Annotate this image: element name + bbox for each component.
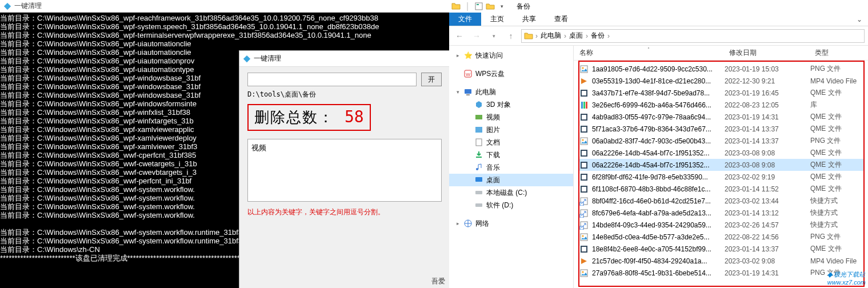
- col-name[interactable]: 名称˄: [574, 48, 723, 58]
- svg-marker-0: [4, 2, 11, 9]
- folder-icon[interactable]: [451, 2, 461, 11]
- path-input[interactable]: [247, 73, 417, 86]
- svg-rect-24: [582, 115, 586, 119]
- file-type: 快捷方式: [810, 196, 863, 206]
- file-date: 2023-03-02 13:44: [725, 197, 810, 205]
- file-row[interactable]: 6f1108cf-6870-48b3-8bbd-46c88fe1c...2023…: [579, 183, 863, 195]
- tab-home[interactable]: 主页: [481, 13, 513, 26]
- tree-music[interactable]: 音乐: [449, 161, 573, 174]
- tree-3d[interactable]: 3D 对象: [449, 98, 573, 111]
- svg-rect-7: [466, 94, 470, 95]
- svg-rect-8: [475, 115, 482, 119]
- file-row[interactable]: 4ab9ad83-0f55-497c-979e-78aa6c94...2023-…: [579, 111, 863, 123]
- tree-this-pc[interactable]: ▾此电脑: [449, 86, 573, 98]
- file-name: 5f71aca3-37b6-479b-8364-343d7e67...: [592, 125, 725, 133]
- chevron-right-icon[interactable]: ›: [586, 32, 588, 40]
- tree-desktop[interactable]: 桌面: [449, 174, 573, 186]
- tree-downloads[interactable]: 下载: [449, 149, 573, 161]
- file-row[interactable]: 14bde8f4-09c3-44ed-9354-24290a59...2023-…: [579, 219, 863, 231]
- file-type: QME 文件: [810, 244, 863, 254]
- address-bar[interactable]: › 此电脑 › 桌面 › 备份 ›: [521, 29, 865, 43]
- recent-dropdown[interactable]: ▾: [487, 29, 501, 43]
- keyword-textarea[interactable]: 视频: [247, 139, 442, 202]
- tab-file[interactable]: 文件: [449, 13, 481, 26]
- file-icon: [579, 185, 589, 194]
- tab-view[interactable]: 查看: [545, 13, 577, 26]
- network-icon: [463, 219, 473, 228]
- svg-point-17: [582, 67, 584, 69]
- crumb-desktop[interactable]: 桌面: [567, 31, 585, 41]
- tree-disk-d[interactable]: 软件 (D:): [449, 199, 573, 211]
- tree-disk-c[interactable]: 本地磁盘 (C:): [449, 186, 573, 199]
- file-name: 3e26ecf6-6999-462b-a46a-5476d466...: [592, 101, 725, 109]
- svg-rect-34: [582, 175, 586, 179]
- chevron-right-icon[interactable]: ›: [564, 32, 566, 40]
- svg-point-28: [582, 139, 584, 141]
- file-row[interactable]: 18e8f4b2-6ee8-4e0c-a705-f4152bf99...2023…: [579, 243, 863, 255]
- back-button[interactable]: ←: [453, 29, 466, 43]
- file-row[interactable]: 21c57dec-f09f-4f50-4834-29240a1a...2023-…: [579, 255, 863, 267]
- svg-rect-12: [475, 177, 482, 182]
- file-date: 2023-01-14 13:37: [725, 125, 810, 133]
- col-type[interactable]: 类型: [809, 48, 868, 58]
- file-row[interactable]: 8bf04ff2-16cd-46e0-b61d-42cd251e7...2023…: [579, 195, 863, 207]
- file-row[interactable]: 03e55319-13d0-4e1f-81ce-d21ec280...2022-…: [579, 75, 863, 87]
- file-row[interactable]: 14e8ed5d-c0ea-4d5e-b577-a3de2e5...2022-0…: [579, 231, 863, 243]
- count-label: 删除总数：: [254, 107, 334, 127]
- tab-share[interactable]: 共享: [513, 13, 545, 26]
- svg-rect-13: [475, 191, 482, 194]
- folder-icon: [524, 31, 533, 41]
- file-row[interactable]: 8fc679e6-4efa-4abf-a79a-ade5d2a13...2023…: [579, 207, 863, 219]
- file-date: 2023-03-08 9:08: [725, 149, 810, 157]
- file-date: 2023-03-08 9:08: [725, 161, 810, 169]
- nav-row: ← → ▾ ↑ › 此电脑 › 桌面 › 备份 ›: [449, 26, 868, 46]
- col-date[interactable]: 修改日期: [723, 48, 809, 58]
- download-icon: [474, 150, 483, 159]
- terminal-title: 一键清理: [14, 1, 42, 11]
- tree-pics[interactable]: 图片: [449, 123, 573, 136]
- music-icon: [474, 163, 483, 172]
- svg-rect-20: [581, 102, 583, 109]
- tree-network[interactable]: ▸网络: [449, 217, 573, 230]
- svg-text:W: W: [466, 72, 470, 77]
- nav-tree[interactable]: ▸⭐快速访问 WWPS云盘 ▾此电脑 3D 对象 视频 图片 文档 下载 音乐 …: [449, 46, 574, 288]
- tree-quick-access[interactable]: ▸⭐快速访问: [449, 49, 573, 62]
- file-row[interactable]: 5f71aca3-37b6-479b-8364-343d7e67...2023-…: [579, 123, 863, 135]
- file-row[interactable]: 3e26ecf6-6999-462b-a46a-5476d466...2022-…: [579, 99, 863, 111]
- tree-video[interactable]: 视频: [449, 111, 573, 123]
- ribbon-collapse-icon[interactable]: ⌄: [851, 13, 868, 26]
- chevron-right-icon[interactable]: ›: [535, 32, 538, 40]
- dialog-titlebar[interactable]: 一键清理: [239, 51, 450, 67]
- file-icon: [579, 149, 589, 158]
- new-folder-icon[interactable]: [486, 2, 495, 11]
- credit-text: 吾爱: [431, 277, 445, 286]
- crumb-backup[interactable]: 备份: [589, 31, 606, 41]
- file-row[interactable]: 06a2226e-14db-45a4-bf7c-1f951352...2023-…: [579, 147, 863, 159]
- file-icon: [579, 89, 589, 98]
- chevron-down-icon[interactable]: ▾: [497, 2, 506, 11]
- file-type: PNG 文件: [810, 136, 863, 146]
- explorer-titlebar[interactable]: | ▾ 备份: [449, 0, 868, 13]
- file-row[interactable]: 27a976a8-80f8-45c1-9b31-6bebe514...2023-…: [579, 267, 863, 279]
- file-date: 2023-01-14 13:37: [725, 245, 810, 253]
- file-row[interactable]: 06a0abd2-83f7-4dc7-903c-d5e00b43...2023-…: [579, 135, 863, 147]
- properties-icon[interactable]: [474, 2, 483, 11]
- file-name: 8fc679e6-4efa-4abf-a79a-ade5d2a13...: [592, 209, 725, 217]
- file-row[interactable]: 6f28f9bf-df62-41fe-9d78-e5eb33590...2023…: [579, 171, 863, 183]
- svg-rect-2: [475, 3, 482, 10]
- file-row[interactable]: 3a437b71-ef7e-438f-94d7-5be9ad78...2023-…: [579, 87, 863, 99]
- file-icon: [579, 245, 589, 254]
- forward-button[interactable]: →: [470, 29, 483, 43]
- file-type: MP4 Video File: [810, 77, 863, 85]
- file-row[interactable]: 1aa91805-e7d6-4d22-9509-9cc2c530...2023-…: [579, 63, 863, 75]
- tree-wps[interactable]: WWPS云盘: [449, 67, 573, 80]
- tree-docs[interactable]: 文档: [449, 136, 573, 149]
- chevron-right-icon[interactable]: ›: [607, 32, 610, 40]
- file-date: 2023-02-26 14:57: [725, 221, 810, 229]
- svg-rect-19: [582, 91, 586, 95]
- up-button[interactable]: ↑: [504, 29, 518, 43]
- open-button[interactable]: 开: [421, 73, 442, 86]
- file-row[interactable]: 06a2226e-14db-45a4-bf7c-1f951352...2023-…: [579, 159, 863, 171]
- star-icon: ⭐: [463, 51, 473, 60]
- crumb-pc[interactable]: 此电脑: [539, 31, 563, 41]
